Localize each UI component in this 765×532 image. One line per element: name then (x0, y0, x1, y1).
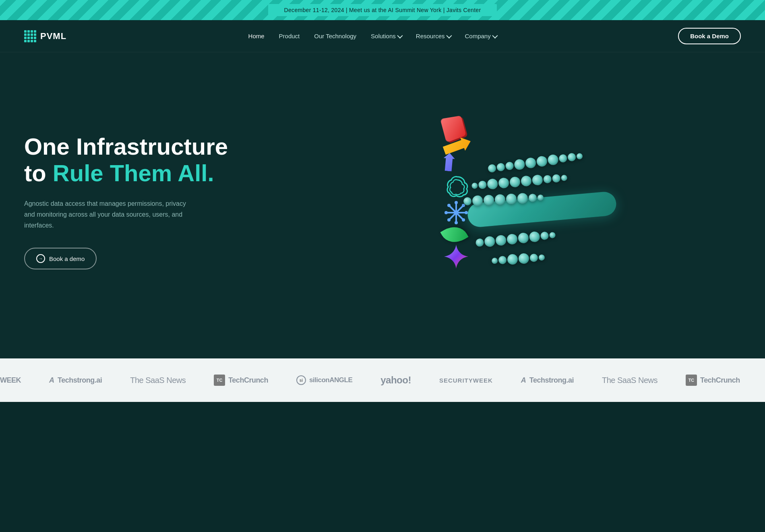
bead-row-1 (487, 151, 583, 174)
bead-row-2 (471, 172, 567, 191)
hero-visual (347, 97, 741, 306)
openai-icon (443, 171, 471, 199)
molecule-scene (443, 117, 645, 286)
svg-point-5 (455, 221, 458, 224)
hero-title-accent: Rule Them All. (53, 160, 214, 186)
svg-point-11 (447, 218, 451, 221)
chevron-down-icon (397, 33, 403, 38)
nav-item-company[interactable]: Company (465, 33, 496, 39)
chevron-down-icon (446, 33, 452, 38)
logos-track: WEEK A Techstrong.ai The SaaS News TC Te… (0, 375, 765, 386)
chevron-down-icon (492, 33, 498, 38)
logo-text: PVML (40, 31, 66, 41)
logo-item-techcrunch2: TC TechCrunch (686, 375, 740, 386)
logo-item-saas-news1: The SaaS News (130, 376, 186, 385)
blue-arrow-icon (442, 153, 455, 172)
logo-item-saas-news2: The SaaS News (602, 376, 657, 385)
nav-link-home[interactable]: Home (248, 33, 265, 39)
svg-point-4 (455, 201, 458, 204)
hero-title: One Infrastructure to Rule Them All. (24, 133, 347, 187)
logo-item-techstrong1: A Techstrong.ai (49, 376, 102, 385)
nav-link-company[interactable]: Company (465, 33, 496, 39)
navbar: PVML Home Product Our Technology Solutio… (0, 20, 765, 52)
hero-section: One Infrastructure to Rule Them All. Agn… (0, 52, 765, 358)
logo-grid-icon (24, 30, 36, 42)
tc-badge-2: TC (686, 375, 697, 386)
logo-item-techcrunch1: TC TechCrunch (214, 375, 268, 386)
logo-item-week: WEEK (0, 376, 21, 385)
nav-item-technology[interactable]: Our Technology (314, 33, 356, 39)
announcement-bar: December 11-12, 2024 | Meet us at the AI… (0, 0, 765, 20)
nav-item-solutions[interactable]: Solutions (371, 33, 401, 39)
logos-bar: WEEK A Techstrong.ai The SaaS News TC Te… (0, 358, 765, 402)
logo-item-securityweek: SECURITYWEEK (439, 377, 493, 384)
svg-point-8 (447, 204, 451, 207)
tc-badge: TC (214, 375, 225, 386)
nav-link-technology[interactable]: Our Technology (314, 33, 356, 39)
nav-link-solutions[interactable]: Solutions (371, 33, 401, 39)
logo-item-yahoo: yahoo! (380, 375, 411, 386)
logo[interactable]: PVML (24, 30, 66, 42)
svg-point-6 (445, 211, 448, 214)
bead-row-4 (475, 230, 556, 248)
nav-item-product[interactable]: Product (279, 33, 300, 39)
hero-subtitle: Agnostic data access that manages permis… (24, 198, 193, 231)
arrow-circle-icon (36, 254, 45, 263)
nav-link-product[interactable]: Product (279, 33, 300, 39)
svg-point-9 (462, 218, 465, 221)
hero-content: One Infrastructure to Rule Them All. Agn… (24, 133, 347, 270)
book-demo-button[interactable]: Book a Demo (678, 28, 741, 44)
logo-item-techstrong2: A Techstrong.ai (521, 376, 574, 385)
nav-links: Home Product Our Technology Solutions Re… (248, 33, 496, 39)
hero-cta-button[interactable]: Book a demo (24, 248, 97, 269)
logo-item-siliconangle: si siliconANGLE (296, 375, 352, 385)
nav-item-home[interactable]: Home (248, 33, 265, 39)
nav-item-resources[interactable]: Resources (416, 33, 451, 39)
sparkle-icon (443, 244, 469, 270)
announcement-text: December 11-12, 2024 | Meet us at the AI… (284, 7, 481, 13)
bead-row-5 (491, 252, 545, 266)
si-badge: si (296, 375, 306, 385)
nav-link-resources[interactable]: Resources (416, 33, 451, 39)
